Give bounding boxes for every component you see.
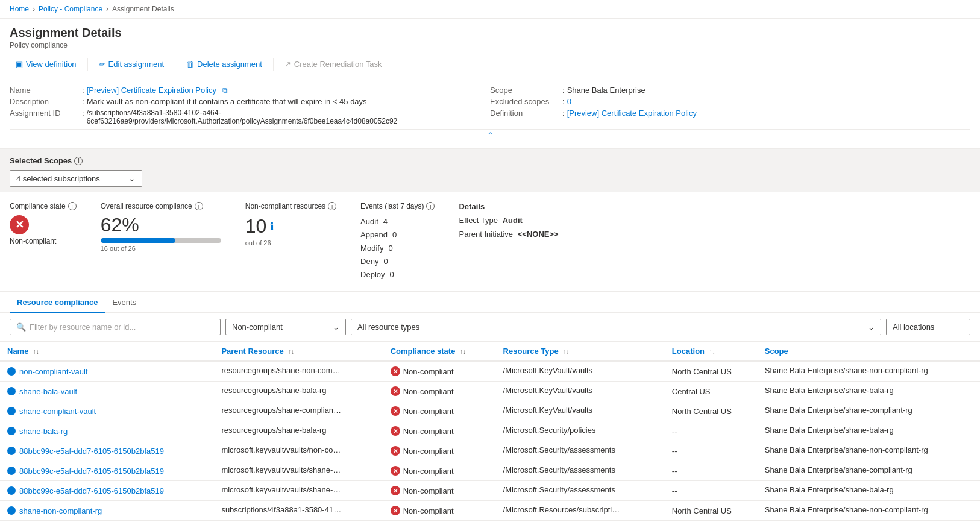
cell-parent-7: subscriptions/4f3a88a1-3580-4102-a464-6c… <box>214 501 383 521</box>
resource-type-filter[interactable]: All resource types ⌄ <box>351 319 881 335</box>
table-row: 88bbc99c-e5af-ddd7-6105-6150b2bfa519 mic… <box>0 461 980 481</box>
scopes-dropdown[interactable]: 4 selected subscriptions <box>10 170 142 187</box>
view-definition-label: View definition <box>26 60 77 69</box>
cell-resource-type-8: /Microsoft.Resources/subscriptions/resou… <box>496 521 665 525</box>
detail-assignment-id-value: /subscriptions/4f3a88a1-3580-4102-a464-6… <box>87 108 490 125</box>
resource-link-1[interactable]: shane-bala-vault <box>7 387 207 396</box>
compliance-badge-3: ✕ Non-compliant <box>391 426 489 436</box>
location-filter[interactable]: All locations <box>886 319 970 335</box>
th-resource-type[interactable]: Resource Type <box>496 342 665 361</box>
cell-compliance-3: ✕ Non-compliant <box>383 421 496 441</box>
cell-parent-0: resourcegroups/shane-non-compliant-rg <box>214 361 383 382</box>
scopes-info-icon[interactable]: i <box>74 157 83 165</box>
search-icon: 🔍 <box>16 322 26 332</box>
resource-table: Name Parent Resource Compliance state Re… <box>0 342 980 525</box>
resource-link-3[interactable]: shane-bala-rg <box>7 427 207 436</box>
resource-link-7[interactable]: shane-non-compliant-rg <box>7 506 207 515</box>
breadcrumb: Home › Policy - Compliance › Assignment … <box>0 0 980 19</box>
cell-parent-8: subscriptions/4f3a88a1-3580-4102-a464-6c… <box>214 521 383 525</box>
collapse-details-button[interactable]: ⌃ <box>10 129 970 141</box>
detail-excluded-scopes-value[interactable]: 0 <box>567 97 571 106</box>
compliance-badge-1: ✕ Non-compliant <box>391 386 489 396</box>
compliance-state-info-icon[interactable]: i <box>68 202 77 210</box>
status-x-icon-5: ✕ <box>391 466 400 476</box>
breadcrumb-sep-2: › <box>106 5 108 13</box>
cell-name-3: shane-bala-rg <box>0 421 214 441</box>
resource-link-5[interactable]: 88bbc99c-e5af-ddd7-6105-6150b2bfa519 <box>7 467 207 476</box>
breadcrumb-home[interactable]: Home <box>10 5 29 13</box>
cell-parent-6: microsoft.keyvault/vaults/shane-bala-vau… <box>214 481 383 501</box>
compliance-bar-wrap <box>101 238 221 243</box>
edit-assignment-button[interactable]: ✏ Edit assignment <box>93 57 171 72</box>
table-row: shane-compliant-rg subscriptions/4f3a88a… <box>0 521 980 525</box>
cell-location-8: Central US <box>665 521 758 525</box>
compliance-filter-chevron-icon: ⌄ <box>333 322 339 332</box>
cell-resource-type-3: /Microsoft.Security/policies <box>496 421 665 441</box>
resource-icon-1 <box>7 387 16 395</box>
events-info-icon[interactable]: i <box>426 202 435 210</box>
sort-name-icon <box>33 348 39 355</box>
resource-name-filter-input[interactable]: 🔍 Filter by resource name or id... <box>10 319 221 335</box>
toolbar: ▣ View definition ✏ Edit assignment 🗑 De… <box>0 52 980 77</box>
resource-link-4[interactable]: 88bbc99c-e5af-ddd7-6105-6150b2bfa519 <box>7 447 207 456</box>
detail-definition-label: Definition <box>490 108 562 118</box>
compliance-state-title: Compliance state i <box>10 202 77 210</box>
tab-resource-compliance[interactable]: Resource compliance <box>10 292 105 313</box>
cell-compliance-2: ✕ Non-compliant <box>383 401 496 421</box>
cell-compliance-0: ✕ Non-compliant <box>383 361 496 382</box>
table-header-row: Name Parent Resource Compliance state Re… <box>0 342 980 361</box>
compliance-state-filter[interactable]: Non-compliant ⌄ <box>225 319 346 335</box>
compliance-badge-4: ✕ Non-compliant <box>391 446 489 456</box>
view-definition-icon: ▣ <box>16 60 23 69</box>
view-definition-button[interactable]: ▣ View definition <box>10 57 83 72</box>
resource-link-0[interactable]: non-compliant-vault <box>7 367 207 376</box>
th-compliance-state[interactable]: Compliance state <box>383 342 496 361</box>
table-row: non-compliant-vault resourcegroups/shane… <box>0 361 980 382</box>
cell-location-4: -- <box>665 441 758 461</box>
detail-name-link[interactable]: [Preview] Certificate Expiration Policy <box>87 86 216 95</box>
th-name[interactable]: Name <box>0 342 214 361</box>
resource-table-wrap: Name Parent Resource Compliance state Re… <box>0 342 980 525</box>
resource-link-6[interactable]: 88bbc99c-e5af-ddd7-6105-6150b2bfa519 <box>7 486 207 495</box>
cell-scope-7: Shane Bala Enterprise/shane-non-complian… <box>758 501 980 521</box>
tab-events[interactable]: Events <box>105 292 143 313</box>
cell-name-5: 88bbc99c-e5af-ddd7-6105-6150b2bfa519 <box>0 461 214 481</box>
scopes-dropdown-value: 4 selected subscriptions <box>16 174 100 183</box>
create-remediation-button[interactable]: ↗ Create Remediation Task <box>278 57 388 72</box>
cell-compliance-7: ✕ Non-compliant <box>383 501 496 521</box>
compliance-fraction: 16 out of 26 <box>101 245 221 252</box>
compliance-pct: 62% <box>101 215 221 234</box>
th-parent-resource[interactable]: Parent Resource <box>214 342 383 361</box>
cell-parent-2: resourcegroups/shane-compliant-rg <box>214 401 383 421</box>
copy-name-icon[interactable]: ⧉ <box>222 86 228 95</box>
cell-resource-type-4: /Microsoft.Security/assessments <box>496 441 665 461</box>
status-x-icon-0: ✕ <box>391 366 400 376</box>
th-location[interactable]: Location <box>665 342 758 361</box>
breadcrumb-policy-compliance[interactable]: Policy - Compliance <box>39 5 102 13</box>
breadcrumb-current: Assignment Details <box>112 5 174 13</box>
resource-icon-5 <box>7 467 16 475</box>
detail-name-label: Name <box>10 86 82 95</box>
resource-type-filter-value: All resource types <box>357 322 419 332</box>
compliance-badge-5: ✕ Non-compliant <box>391 466 489 476</box>
cell-resource-type-0: /Microsoft.KeyVault/vaults <box>496 361 665 382</box>
detail-description-label: Description <box>10 97 82 106</box>
delete-assignment-button[interactable]: 🗑 Delete assignment <box>180 57 268 72</box>
resource-icon-3 <box>7 427 16 435</box>
resource-type-filter-chevron-icon: ⌄ <box>868 322 875 332</box>
toolbar-sep-2 <box>175 58 175 71</box>
resource-link-2[interactable]: shane-compliant-vault <box>7 407 207 416</box>
events-label: Events (last 7 days) <box>360 202 424 210</box>
non-compliant-count-value: 10 <box>245 215 267 237</box>
non-compliant-count: 10 ℹ <box>245 215 336 237</box>
detail-definition-value[interactable]: [Preview] Certificate Expiration Policy <box>567 108 697 118</box>
parent-initiative-value: <<NONE>> <box>518 230 559 239</box>
th-scope[interactable]: Scope <box>758 342 980 361</box>
cell-name-2: shane-compliant-vault <box>0 401 214 421</box>
overall-compliance-title: Overall resource compliance i <box>101 202 221 210</box>
cell-location-3: -- <box>665 421 758 441</box>
non-compliant-resources-info-icon[interactable]: i <box>328 202 336 210</box>
cell-name-1: shane-bala-vault <box>0 382 214 401</box>
status-x-icon-3: ✕ <box>391 426 400 436</box>
overall-compliance-info-icon[interactable]: i <box>195 202 203 210</box>
